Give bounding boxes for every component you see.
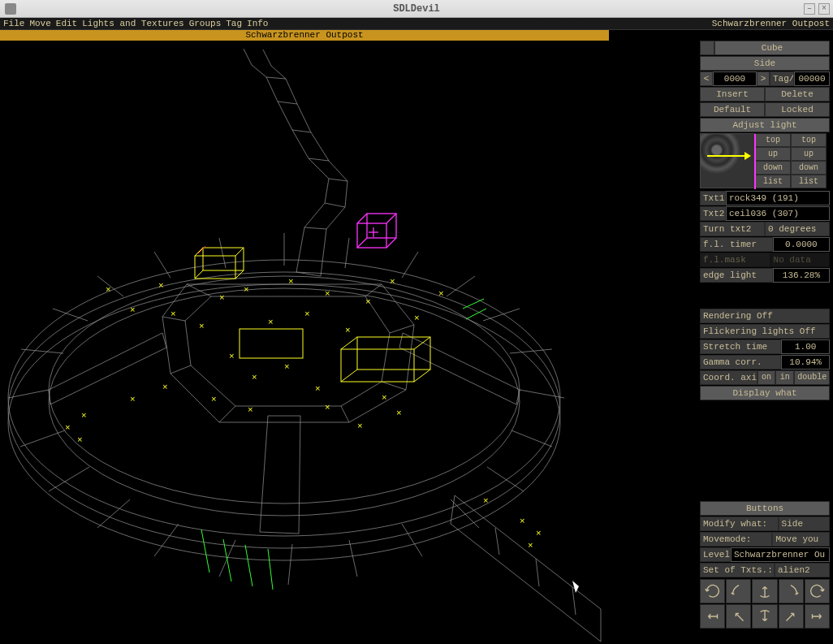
- orient-top-b[interactable]: top: [791, 133, 827, 147]
- svg-text:×: ×: [365, 297, 371, 307]
- header-side[interactable]: Side: [700, 56, 830, 71]
- txt2-value[interactable]: ceil036 (307): [726, 206, 830, 221]
- svg-line-20: [447, 276, 475, 296]
- svg-line-14: [451, 499, 479, 528]
- svg-line-33: [341, 406, 349, 422]
- edge-light-value[interactable]: 136.28%: [773, 268, 830, 283]
- turn-txt2-value[interactable]: 0 degrees: [765, 222, 830, 236]
- stretch-value[interactable]: 1.00: [781, 339, 830, 354]
- delete-button[interactable]: Delete: [765, 87, 830, 102]
- txts-value[interactable]: alien2: [775, 563, 830, 577]
- pan-right-icon[interactable]: [805, 604, 830, 629]
- display-what-button[interactable]: Display what: [700, 386, 830, 400]
- svg-line-47: [572, 587, 576, 615]
- svg-text:×: ×: [268, 318, 274, 327]
- pan-left-icon[interactable]: [700, 604, 725, 629]
- svg-text:×: ×: [211, 395, 217, 404]
- texture-arrow-icon: [707, 155, 746, 157]
- pan-down-icon[interactable]: [752, 604, 777, 629]
- movemode-value[interactable]: Move you: [772, 532, 830, 547]
- orient-list-b[interactable]: list: [791, 175, 827, 188]
- svg-rect-55: [357, 337, 430, 370]
- orient-up-a[interactable]: up: [755, 147, 791, 161]
- svg-text:×: ×: [315, 384, 321, 394]
- menu-bar: File Move Edit Lights and Textures Group…: [0, 18, 833, 30]
- svg-text:×: ×: [325, 403, 330, 413]
- svg-text:×: ×: [170, 309, 176, 319]
- rendering-toggle[interactable]: Rendering Off: [700, 309, 830, 323]
- svg-rect-48: [195, 256, 235, 279]
- menu-tag[interactable]: Tag: [226, 19, 242, 28]
- svg-line-19: [483, 309, 520, 321]
- svg-line-31: [390, 325, 414, 333]
- svg-text:×: ×: [199, 322, 205, 331]
- txts-label: Set of Txts.:: [700, 563, 775, 577]
- modify-value[interactable]: Side: [779, 516, 830, 531]
- svg-text:×: ×: [382, 393, 387, 403]
- close-button[interactable]: ×: [818, 3, 830, 15]
- svg-line-63: [357, 214, 367, 223]
- nav-next[interactable]: >: [757, 71, 770, 86]
- orient-down-b[interactable]: down: [791, 161, 827, 175]
- tilt-left-icon[interactable]: [726, 579, 751, 603]
- svg-line-29: [187, 284, 211, 296]
- svg-text:×: ×: [158, 281, 164, 291]
- texture-preview[interactable]: [700, 133, 755, 188]
- svg-line-30: [365, 284, 382, 296]
- pan-up-right-icon[interactable]: [779, 604, 804, 629]
- menu-move[interactable]: Move: [29, 19, 50, 28]
- nav-prev[interactable]: <: [700, 71, 713, 86]
- svg-text:×: ×: [219, 293, 225, 303]
- svg-text:×: ×: [130, 395, 136, 404]
- txt1-value[interactable]: rock349 (191): [726, 191, 830, 205]
- menu-groups[interactable]: Groups: [189, 19, 222, 28]
- menu-edit[interactable]: Edit: [56, 19, 77, 28]
- turn-txt2-label: Turn txt2: [700, 222, 765, 236]
- svg-text:×: ×: [396, 408, 402, 418]
- tilt-right-icon[interactable]: [779, 579, 804, 603]
- level-value[interactable]: Schwarzbrenner Ou: [731, 547, 830, 562]
- svg-line-56: [341, 337, 357, 349]
- menu-lights-textures[interactable]: Lights and Textures: [82, 19, 183, 28]
- gamma-value[interactable]: 10.94%: [781, 355, 830, 370]
- svg-line-57: [414, 337, 430, 349]
- gamma-label: Gamma corr.: [700, 355, 781, 370]
- orient-down-a[interactable]: down: [755, 161, 791, 175]
- minimize-button[interactable]: –: [804, 3, 815, 15]
- tilt-up-icon[interactable]: [752, 579, 777, 603]
- rotate-ccw-icon[interactable]: [700, 579, 725, 603]
- svg-line-12: [349, 540, 357, 577]
- coord-double[interactable]: double: [794, 370, 830, 385]
- locked-button[interactable]: Locked: [765, 102, 830, 117]
- nav-tool-grid: [700, 579, 830, 629]
- buttons-panel: Buttons Modify what:Side Movemode:Move y…: [700, 501, 830, 629]
- header-cube[interactable]: Cube: [714, 41, 830, 55]
- fl-timer-value[interactable]: 0.0000: [773, 237, 830, 252]
- rotate-cw-icon[interactable]: [805, 579, 830, 603]
- svg-line-51: [235, 248, 244, 256]
- svg-text:×: ×: [81, 411, 87, 421]
- insert-button[interactable]: Insert: [700, 87, 765, 102]
- cube-index-input[interactable]: 0000: [713, 71, 757, 86]
- adjust-light-button[interactable]: Adjust light: [700, 118, 830, 132]
- orient-top-a[interactable]: top: [755, 133, 791, 147]
- tag-value-input[interactable]: 00000: [794, 71, 830, 86]
- orient-up-b[interactable]: up: [791, 147, 827, 161]
- svg-text:×: ×: [284, 362, 290, 372]
- svg-line-52: [195, 270, 203, 279]
- default-button[interactable]: Default: [700, 102, 765, 117]
- coord-label: Coord. axis: [700, 370, 757, 385]
- coord-on[interactable]: on: [757, 370, 776, 385]
- orient-list-a[interactable]: list: [755, 175, 791, 188]
- svg-text:×: ×: [483, 496, 489, 506]
- menu-file[interactable]: File: [3, 19, 24, 28]
- svg-line-6: [20, 430, 65, 447]
- viewport-3d[interactable]: ××× ××× ××× ××× ××× ××× ××× ××× ××× ××× …: [0, 41, 609, 644]
- header-toggle[interactable]: [700, 41, 714, 55]
- svg-line-53: [235, 270, 244, 279]
- coord-in[interactable]: in: [775, 370, 794, 385]
- txt2-label: Txt2: [700, 206, 726, 221]
- menu-info[interactable]: Info: [247, 19, 268, 28]
- flickering-toggle[interactable]: Flickering lights Off: [700, 324, 830, 339]
- pan-up-left-icon[interactable]: [726, 604, 751, 629]
